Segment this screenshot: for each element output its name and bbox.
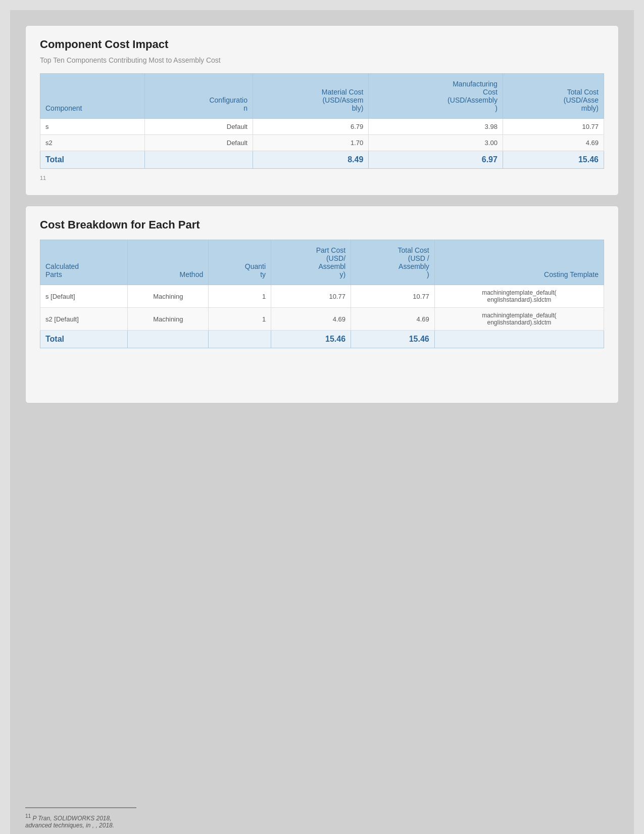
row1-part: s [Default] xyxy=(40,285,128,308)
footnote-rest: , in , , 2018. xyxy=(82,822,114,829)
row2-method: Machining xyxy=(128,308,209,331)
section2-title: Cost Breakdown for Each Part xyxy=(40,218,604,231)
row1-material-cost: 6.79 xyxy=(253,119,368,135)
col-header-total-cost: Total Cost(USD/Assembly) xyxy=(503,74,604,119)
component-cost-impact-card: Component Cost Impact Top Ten Components… xyxy=(25,25,619,196)
table-row: s Default 6.79 3.98 10.77 xyxy=(40,119,604,135)
total-costing-template xyxy=(434,331,604,348)
row2-quantity: 1 xyxy=(209,308,271,331)
col-header-costing-template: Costing Template xyxy=(434,240,604,285)
total-total-cost: 15.46 xyxy=(351,331,435,348)
row2-part-cost: 4.69 xyxy=(271,308,351,331)
cost-breakdown-table: CalculatedParts Method Quantity Part Cos… xyxy=(40,240,604,348)
footnote-section: 11 P Tran, SOLIDWORKS 2018, advanced tec… xyxy=(25,807,136,829)
col-header-quantity: Quantity xyxy=(209,240,271,285)
col-header-component: Component xyxy=(40,74,145,119)
total-label: Total xyxy=(40,331,128,348)
row1-part-cost: 10.77 xyxy=(271,285,351,308)
section1-title: Component Cost Impact xyxy=(40,38,604,51)
row2-material-cost: 1.70 xyxy=(253,135,368,151)
total-configuration xyxy=(145,151,253,169)
table-row: s2 Default 1.70 3.00 4.69 xyxy=(40,135,604,151)
footnote-number: 11 xyxy=(40,175,604,181)
total-quantity xyxy=(209,331,271,348)
row1-total-cost: 10.77 xyxy=(351,285,435,308)
col-header-total-cost: Total Cost(USD /Assembly) xyxy=(351,240,435,285)
row1-configuration: Default xyxy=(145,119,253,135)
total-method xyxy=(128,331,209,348)
row2-part: s2 [Default] xyxy=(40,308,128,331)
footnote-superscript: 11 xyxy=(25,813,31,819)
footnote-author: P Tran, xyxy=(32,815,53,822)
total-row: Total 8.49 6.97 15.46 xyxy=(40,151,604,169)
row1-component: s xyxy=(40,119,145,135)
total-manufacturing-cost: 6.97 xyxy=(369,151,503,169)
col-header-method: Method xyxy=(128,240,209,285)
table-row: s [Default] Machining 1 10.77 10.77 mach… xyxy=(40,285,604,308)
component-cost-table: Component Configuration Material Cost(US… xyxy=(40,73,604,169)
row1-quantity: 1 xyxy=(209,285,271,308)
col-header-part-cost: Part Cost(USD/Assembly) xyxy=(271,240,351,285)
col-header-material-cost: Material Cost(USD/Assembly) xyxy=(253,74,368,119)
table-row: s2 [Default] Machining 1 4.69 4.69 machi… xyxy=(40,308,604,331)
total-label: Total xyxy=(40,151,145,169)
total-total-cost: 15.46 xyxy=(503,151,604,169)
row1-total-cost: 10.77 xyxy=(503,119,604,135)
row2-total-cost: 4.69 xyxy=(351,308,435,331)
total-material-cost: 8.49 xyxy=(253,151,368,169)
footer-area: 11 P Tran, SOLIDWORKS 2018, advanced tec… xyxy=(25,797,619,829)
row2-manufacturing-cost: 3.00 xyxy=(369,135,503,151)
row2-component: s2 xyxy=(40,135,145,151)
section1-subtitle: Top Ten Components Contributing Most to … xyxy=(40,56,604,64)
row2-total-cost: 4.69 xyxy=(503,135,604,151)
row2-configuration: Default xyxy=(145,135,253,151)
total-row: Total 15.46 15.46 xyxy=(40,331,604,348)
total-part-cost: 15.46 xyxy=(271,331,351,348)
col-header-manufacturing-cost: ManufacturingCost(USD/Assembly) xyxy=(369,74,503,119)
row1-costing-template: machiningtemplate_default(englishstandar… xyxy=(434,285,604,308)
row2-costing-template: machiningtemplate_default(englishstandar… xyxy=(434,308,604,331)
cost-breakdown-card: Cost Breakdown for Each Part CalculatedP… xyxy=(25,206,619,403)
col-header-calculated-parts: CalculatedParts xyxy=(40,240,128,285)
col-header-configuration: Configuration xyxy=(145,74,253,119)
row1-method: Machining xyxy=(128,285,209,308)
row1-manufacturing-cost: 3.98 xyxy=(369,119,503,135)
